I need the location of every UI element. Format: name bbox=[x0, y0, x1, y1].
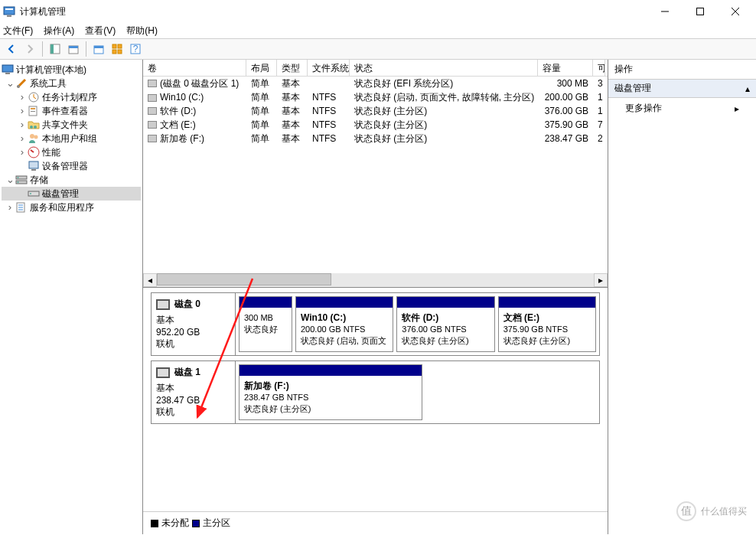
partition-bar bbox=[296, 297, 393, 308]
svg-rect-25 bbox=[31, 111, 35, 112]
svg-rect-16 bbox=[118, 50, 122, 54]
col-fs[interactable]: 文件系统 bbox=[308, 60, 350, 76]
tree-devmgr[interactable]: 设备管理器 bbox=[2, 159, 141, 173]
tree-tasksched[interactable]: ›任务计划程序 bbox=[2, 90, 141, 104]
legend: 未分配 主分区 bbox=[143, 511, 608, 534]
expand-icon[interactable]: › bbox=[17, 147, 28, 158]
tree-perf[interactable]: ›性能 bbox=[2, 145, 141, 159]
minimize-button[interactable] bbox=[647, 0, 683, 23]
back-button[interactable] bbox=[3, 41, 20, 57]
scroll-right-button[interactable]: ▸ bbox=[594, 273, 608, 287]
svg-rect-20 bbox=[5, 73, 10, 74]
menu-action[interactable]: 操作(A) bbox=[44, 24, 74, 38]
col-status[interactable]: 状态 bbox=[350, 60, 538, 76]
col-free[interactable]: 可 bbox=[593, 60, 605, 76]
list-row[interactable]: 软件 (D:)简单基本NTFS状态良好 (主分区)376.00 GB1 bbox=[143, 104, 608, 118]
svg-point-29 bbox=[34, 135, 38, 139]
partition-bar bbox=[397, 297, 494, 308]
properties-button[interactable] bbox=[65, 41, 82, 57]
col-type[interactable]: 类型 bbox=[277, 60, 308, 76]
partition[interactable]: 软件 (D:)376.00 GB NTFS状态良好 (主分区) bbox=[396, 296, 494, 352]
maximize-button[interactable] bbox=[683, 0, 718, 23]
computer-icon bbox=[2, 64, 14, 76]
partition[interactable]: 文档 (E:)375.90 GB NTFS状态良好 (主分区) bbox=[498, 296, 596, 352]
menu-help[interactable]: 帮助(H) bbox=[126, 24, 158, 38]
window-title: 计算机管理 bbox=[20, 5, 647, 18]
expand-icon[interactable]: › bbox=[17, 133, 28, 144]
refresh-button[interactable] bbox=[90, 41, 107, 57]
scroll-left-button[interactable]: ◂ bbox=[143, 273, 157, 287]
svg-rect-10 bbox=[69, 46, 78, 48]
tree-root[interactable]: 计算机管理(本地) bbox=[2, 63, 141, 77]
users-icon bbox=[28, 132, 40, 145]
tree-sharedfolders[interactable]: ›共享文件夹 bbox=[2, 118, 141, 132]
svg-rect-19 bbox=[2, 65, 13, 72]
actions-pane: 操作 磁盘管理▴ 更多操作▸ bbox=[608, 60, 756, 534]
tree-diskmgmt[interactable]: 磁盘管理 bbox=[2, 187, 141, 201]
expand-icon[interactable]: › bbox=[17, 92, 28, 103]
actions-more[interactable]: 更多操作▸ bbox=[608, 98, 756, 119]
scroll-track[interactable] bbox=[157, 273, 594, 287]
menu-file[interactable]: 文件(F) bbox=[3, 24, 33, 38]
col-capacity[interactable]: 容量 bbox=[538, 60, 593, 76]
col-layout[interactable]: 布局 bbox=[246, 60, 277, 76]
clock-icon bbox=[28, 91, 40, 103]
legend-unallocated-swatch bbox=[151, 520, 158, 527]
disk-row[interactable]: 磁盘 0基本952.20 GB联机300 MB状态良好Win10 (C:)200… bbox=[151, 292, 600, 356]
list-row[interactable]: 新加卷 (F:)简单基本NTFS状态良好 (主分区)238.47 GB2 bbox=[143, 132, 608, 145]
list-row[interactable]: 文档 (E:)简单基本NTFS状态良好 (主分区)375.90 GB7 bbox=[143, 118, 608, 132]
close-button[interactable] bbox=[718, 0, 753, 23]
svg-rect-13 bbox=[112, 44, 116, 48]
view-quad-button[interactable] bbox=[109, 41, 125, 57]
list-header[interactable]: 卷 布局 类型 文件系统 状态 容量 可 bbox=[143, 60, 608, 77]
disk-graphical-view[interactable]: 磁盘 0基本952.20 GB联机300 MB状态良好Win10 (C:)200… bbox=[143, 288, 608, 534]
show-hide-tree-button[interactable] bbox=[47, 41, 64, 57]
storage-icon bbox=[15, 174, 28, 186]
volume-list[interactable]: 卷 布局 类型 文件系统 状态 容量 可 (磁盘 0 磁盘分区 1)简单基本状态… bbox=[143, 60, 608, 288]
partition-bar bbox=[240, 297, 292, 308]
tools-icon bbox=[15, 77, 28, 90]
svg-point-27 bbox=[34, 126, 37, 129]
svg-rect-8 bbox=[51, 44, 54, 54]
partition-bar bbox=[240, 365, 422, 376]
svg-point-36 bbox=[18, 181, 19, 183]
tree-services[interactable]: ›服务和应用程序 bbox=[2, 201, 141, 214]
tree-systools[interactable]: ⌄系统工具 bbox=[2, 77, 141, 90]
partition[interactable]: Win10 (C:)200.00 GB NTFS状态良好 (启动, 页面文 bbox=[295, 296, 393, 352]
expand-icon[interactable]: › bbox=[17, 119, 28, 130]
watermark: 值 什么值得买 bbox=[676, 501, 747, 521]
disk-label[interactable]: 磁盘 1基本238.47 GB联机 bbox=[152, 361, 236, 423]
collapse-icon[interactable]: ⌄ bbox=[5, 78, 15, 89]
list-row[interactable]: (磁盘 0 磁盘分区 1)简单基本状态良好 (EFI 系统分区)300 MB3 bbox=[143, 77, 608, 90]
disk-row[interactable]: 磁盘 1基本238.47 GB联机新加卷 (F:)238.47 GB NTFS状… bbox=[151, 360, 600, 424]
col-volume[interactable]: 卷 bbox=[143, 60, 246, 76]
svg-rect-15 bbox=[112, 50, 116, 54]
tree-storage[interactable]: ⌄存储 bbox=[2, 173, 141, 187]
svg-rect-32 bbox=[31, 169, 36, 171]
help-button[interactable]: ? bbox=[127, 41, 144, 57]
scroll-thumb[interactable] bbox=[157, 273, 331, 285]
expand-icon[interactable]: › bbox=[17, 106, 28, 116]
svg-point-38 bbox=[30, 193, 31, 194]
list-row[interactable]: Win10 (C:)简单基本NTFS状态良好 (启动, 页面文件, 故障转储, … bbox=[143, 90, 608, 104]
svg-point-26 bbox=[30, 126, 33, 129]
nav-tree[interactable]: 计算机管理(本地) ⌄系统工具 ›任务计划程序 ›事件查看器 ›共享文件夹 ›本… bbox=[0, 60, 143, 534]
h-scrollbar[interactable]: ◂ ▸ bbox=[143, 273, 608, 287]
collapse-icon[interactable]: ⌄ bbox=[5, 175, 15, 185]
tree-eventvwr[interactable]: ›事件查看器 bbox=[2, 104, 141, 118]
partition[interactable]: 新加卷 (F:)238.47 GB NTFS状态良好 (主分区) bbox=[239, 364, 422, 420]
event-icon bbox=[28, 105, 40, 117]
partition[interactable]: 300 MB状态良好 bbox=[239, 296, 292, 352]
forward-button[interactable] bbox=[21, 41, 38, 57]
disk-label[interactable]: 磁盘 0基本952.20 GB联机 bbox=[152, 293, 236, 355]
menu-view[interactable]: 查看(V) bbox=[85, 24, 116, 38]
disk-icon bbox=[156, 367, 170, 378]
actions-section[interactable]: 磁盘管理▴ bbox=[608, 80, 756, 98]
svg-point-28 bbox=[30, 134, 34, 139]
menubar: 文件(F) 操作(A) 查看(V) 帮助(H) bbox=[0, 23, 756, 38]
expand-icon[interactable]: › bbox=[5, 202, 15, 213]
legend-primary-label: 主分区 bbox=[203, 517, 230, 530]
tree-localusers[interactable]: ›本地用户和组 bbox=[2, 132, 141, 145]
collapse-up-icon[interactable]: ▴ bbox=[745, 83, 750, 94]
partition-bar bbox=[499, 297, 595, 308]
